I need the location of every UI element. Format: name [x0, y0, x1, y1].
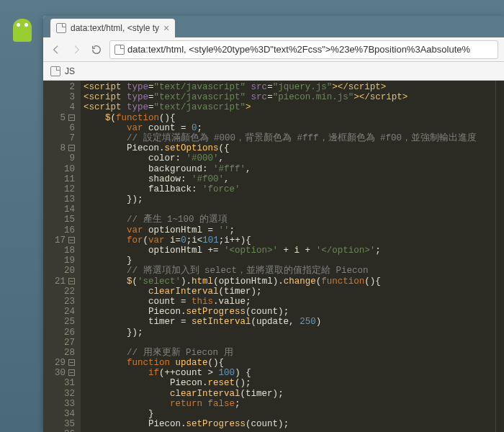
line-number: 23 [52, 297, 75, 307]
code-line[interactable]: clearInterval(timer); [81, 389, 504, 399]
tab-strip: data:text/html, <style ty × [43, 16, 504, 37]
line-number: 15 [52, 215, 75, 225]
fold-icon[interactable] [68, 237, 75, 243]
line-number: 20 [52, 266, 75, 276]
code-line[interactable]: count = this.value; [81, 297, 504, 307]
line-number: 21 [52, 276, 75, 287]
code-line[interactable] [81, 338, 504, 348]
line-number: 27 [52, 338, 75, 348]
line-number: 32 [52, 389, 75, 399]
line-number: 5 [52, 113, 75, 123]
line-number: 13 [52, 194, 75, 204]
ruler-line [495, 81, 496, 432]
bookmark-icon [50, 66, 60, 76]
line-number: 19 [52, 256, 75, 266]
code-line[interactable]: var optionHtml = ''; [81, 225, 504, 235]
code-line[interactable]: $(function(){ [81, 113, 504, 123]
code-line[interactable]: Piecon.setOptions({ [81, 143, 504, 153]
profile-avatar[interactable] [13, 19, 32, 42]
code-line[interactable] [81, 204, 504, 215]
code-line[interactable]: fallback: 'force' [81, 184, 504, 194]
code-line[interactable]: clearInterval(timer); [81, 287, 504, 297]
bookmark-item[interactable]: JS [65, 66, 75, 76]
code-line[interactable]: } [81, 256, 504, 266]
line-number: 6 [52, 123, 75, 133]
line-number: 12 [52, 184, 75, 194]
code-line[interactable]: Piecon.reset(); [81, 378, 504, 388]
page-favicon-icon [56, 23, 66, 33]
line-number: 10 [52, 164, 75, 174]
code-line[interactable]: <script type="text/javascript" src="jque… [81, 82, 504, 92]
line-number: 4 [52, 102, 75, 112]
line-number: 11 [52, 174, 75, 184]
code-line[interactable]: shadow: '#f00', [81, 174, 504, 184]
fold-icon[interactable] [68, 145, 75, 151]
line-number: 24 [52, 307, 75, 317]
code-line[interactable]: if(++count > 100) { [81, 368, 504, 378]
line-number: 3 [52, 92, 75, 102]
browser-window: data:text/html, <style ty × data:text/ht… [43, 16, 504, 432]
line-number: 22 [52, 287, 75, 297]
code-line[interactable]: // 用來更新 Piecon 用 [81, 348, 504, 358]
toolbar: data:text/html, <style%20type%3D"text%2F… [43, 37, 504, 62]
reload-icon [91, 44, 102, 55]
browser-tab[interactable]: data:text/html, <style ty × [50, 19, 175, 37]
line-number: 29 [52, 358, 75, 368]
line-number: 34 [52, 409, 75, 419]
code-line[interactable]: timer = setInterval(update, 250) [81, 317, 504, 327]
line-number: 7 [52, 133, 75, 143]
line-number: 31 [52, 378, 75, 388]
code-line[interactable]: // 將選項加入到 select，並將選取的值指定給 Piecon [81, 266, 504, 276]
forward-button[interactable] [69, 42, 84, 57]
code-area[interactable]: <script type="text/javascript" src="jque… [81, 81, 504, 432]
tab-title: data:text/html, <style ty [71, 23, 159, 33]
code-line[interactable]: // 產生 1~100 的選項 [81, 215, 504, 225]
arrow-left-icon [50, 44, 62, 55]
line-number: 17 [52, 235, 75, 246]
line-number: 14 [52, 204, 75, 215]
code-line[interactable]: <script type="text/javascript"> [81, 102, 504, 112]
line-number: 33 [52, 399, 75, 409]
code-line[interactable]: color: '#000', [81, 153, 504, 163]
line-number: 8 [52, 143, 75, 153]
line-number: 9 [52, 153, 75, 163]
code-line[interactable]: var count = 0; [81, 123, 504, 133]
address-bar[interactable]: data:text/html, <style%20type%3D"text%2F… [109, 40, 498, 59]
fold-icon[interactable] [68, 369, 75, 376]
fold-icon[interactable] [68, 278, 75, 284]
close-icon[interactable]: × [163, 22, 169, 34]
line-gutter: 2345678910111213141516171819202122232425… [43, 81, 81, 432]
code-line[interactable]: }); [81, 194, 504, 204]
line-number: 30 [52, 368, 75, 378]
code-line[interactable]: function update(){ [81, 358, 504, 368]
line-number: 36 [52, 429, 75, 432]
fold-icon[interactable] [68, 359, 75, 366]
url-text: data:text/html, <style%20type%3D"text%2F… [127, 44, 470, 55]
line-number: 35 [52, 419, 75, 429]
code-line[interactable]: $('select').html(optionHtml).change(func… [81, 276, 504, 287]
code-line[interactable]: return false; [81, 399, 504, 409]
code-line[interactable]: Piecon.setProgress(count); [81, 307, 504, 317]
code-line[interactable]: <script type="text/javascript" src="piec… [81, 92, 504, 102]
code-line[interactable]: background: '#fff', [81, 164, 504, 174]
code-editor[interactable]: 2345678910111213141516171819202122232425… [43, 81, 504, 432]
line-number: 25 [52, 317, 75, 327]
bookmarks-bar: JS [43, 62, 504, 81]
line-number: 28 [52, 348, 75, 358]
page-icon [114, 45, 125, 55]
line-number: 16 [52, 225, 75, 235]
back-button[interactable] [49, 42, 63, 57]
code-line[interactable]: } [81, 409, 504, 419]
fold-icon[interactable] [68, 114, 75, 121]
reload-button[interactable] [89, 42, 104, 57]
line-number: 2 [52, 82, 75, 92]
line-number: 18 [52, 246, 75, 256]
arrow-right-icon [71, 44, 82, 55]
code-line[interactable]: }); [81, 328, 504, 338]
code-line[interactable]: // 設定填滿顏色為 #000，背景顏色為 #fff，邊框顏色為 #f00，並強… [81, 133, 504, 143]
code-line[interactable]: for(var i=0;i<101;i++){ [81, 235, 504, 246]
code-line[interactable]: optionHtml += '<option>' + i + '</option… [81, 246, 504, 256]
code-line[interactable]: Piecon.setProgress(count); [81, 419, 504, 429]
line-number: 26 [52, 328, 75, 338]
code-line[interactable] [81, 429, 504, 432]
